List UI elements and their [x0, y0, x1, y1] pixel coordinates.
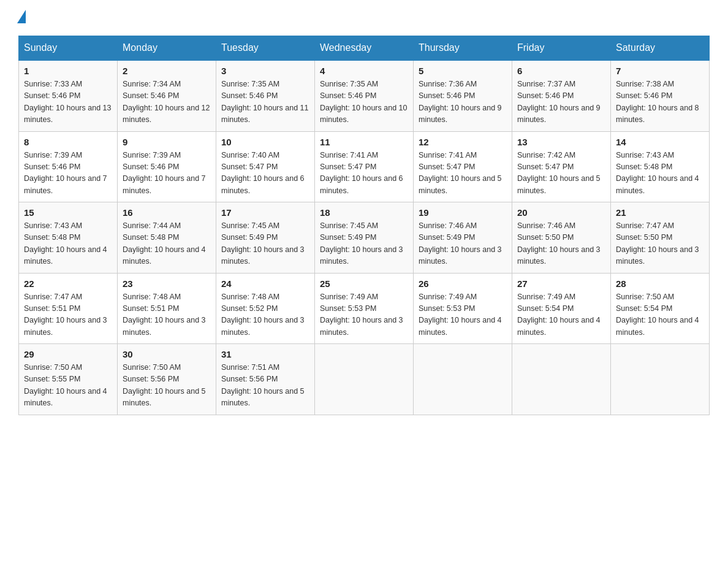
calendar-day-cell: 27 Sunrise: 7:49 AMSunset: 5:54 PMDaylig…: [512, 273, 611, 344]
day-info: Sunrise: 7:46 AMSunset: 5:49 PMDaylight:…: [419, 221, 502, 266]
day-info: Sunrise: 7:39 AMSunset: 5:46 PMDaylight:…: [24, 151, 107, 195]
weekday-header-thursday: Thursday: [414, 36, 512, 61]
day-info: Sunrise: 7:36 AMSunset: 5:46 PMDaylight:…: [419, 80, 502, 124]
day-number: 2: [123, 66, 211, 76]
calendar-week-row: 8 Sunrise: 7:39 AMSunset: 5:46 PMDayligh…: [19, 131, 710, 202]
day-info: Sunrise: 7:38 AMSunset: 5:46 PMDaylight:…: [616, 80, 699, 124]
weekday-header-friday: Friday: [512, 36, 611, 61]
logo-triangle-icon: [17, 10, 26, 23]
calendar-day-cell: 6 Sunrise: 7:37 AMSunset: 5:46 PMDayligh…: [512, 60, 611, 131]
day-number: 31: [221, 349, 309, 359]
day-number: 6: [517, 66, 605, 76]
day-info: Sunrise: 7:40 AMSunset: 5:47 PMDaylight:…: [221, 151, 305, 195]
day-info: Sunrise: 7:39 AMSunset: 5:46 PMDaylight:…: [123, 151, 206, 195]
day-info: Sunrise: 7:33 AMSunset: 5:46 PMDaylight:…: [24, 80, 111, 124]
logo: [18, 12, 26, 23]
day-info: Sunrise: 7:35 AMSunset: 5:46 PMDaylight:…: [320, 80, 407, 124]
calendar-day-cell: 14 Sunrise: 7:43 AMSunset: 5:48 PMDaylig…: [611, 131, 710, 202]
day-info: Sunrise: 7:46 AMSunset: 5:50 PMDaylight:…: [517, 221, 601, 266]
calendar-day-cell: 8 Sunrise: 7:39 AMSunset: 5:46 PMDayligh…: [19, 131, 118, 202]
calendar-day-cell: [414, 344, 512, 415]
calendar-day-cell: 22 Sunrise: 7:47 AMSunset: 5:51 PMDaylig…: [19, 273, 118, 344]
day-info: Sunrise: 7:35 AMSunset: 5:46 PMDaylight:…: [221, 80, 308, 124]
calendar-day-cell: 10 Sunrise: 7:40 AMSunset: 5:47 PMDaylig…: [216, 131, 315, 202]
calendar-week-row: 1 Sunrise: 7:33 AMSunset: 5:46 PMDayligh…: [19, 60, 710, 131]
day-number: 12: [419, 137, 507, 147]
day-info: Sunrise: 7:45 AMSunset: 5:49 PMDaylight:…: [320, 221, 403, 266]
calendar-day-cell: 5 Sunrise: 7:36 AMSunset: 5:46 PMDayligh…: [414, 60, 512, 131]
logo-group: [18, 12, 26, 23]
day-info: Sunrise: 7:48 AMSunset: 5:52 PMDaylight:…: [221, 293, 305, 337]
calendar-day-cell: 19 Sunrise: 7:46 AMSunset: 5:49 PMDaylig…: [414, 202, 512, 274]
day-number: 10: [221, 137, 309, 147]
day-number: 3: [221, 66, 309, 76]
calendar-day-cell: 17 Sunrise: 7:45 AMSunset: 5:49 PMDaylig…: [216, 202, 315, 274]
calendar-day-cell: 29 Sunrise: 7:50 AMSunset: 5:55 PMDaylig…: [19, 344, 118, 415]
page-header: [18, 12, 710, 23]
weekday-header-saturday: Saturday: [611, 36, 710, 61]
calendar-day-cell: 15 Sunrise: 7:43 AMSunset: 5:48 PMDaylig…: [19, 202, 118, 274]
calendar-day-cell: 11 Sunrise: 7:41 AMSunset: 5:47 PMDaylig…: [315, 131, 414, 202]
logo-top-row: [18, 12, 26, 23]
day-number: 5: [419, 66, 507, 76]
day-number: 7: [616, 66, 704, 76]
day-info: Sunrise: 7:50 AMSunset: 5:56 PMDaylight:…: [123, 363, 206, 407]
calendar-day-cell: [611, 344, 710, 415]
day-number: 20: [517, 207, 605, 218]
day-info: Sunrise: 7:43 AMSunset: 5:48 PMDaylight:…: [24, 221, 107, 266]
calendar-day-cell: 9 Sunrise: 7:39 AMSunset: 5:46 PMDayligh…: [118, 131, 216, 202]
day-number: 27: [517, 278, 605, 289]
day-number: 26: [419, 278, 507, 289]
weekday-header-monday: Monday: [118, 36, 216, 61]
calendar-day-cell: 1 Sunrise: 7:33 AMSunset: 5:46 PMDayligh…: [19, 60, 118, 131]
day-info: Sunrise: 7:49 AMSunset: 5:54 PMDaylight:…: [517, 293, 601, 337]
weekday-header-wednesday: Wednesday: [315, 36, 414, 61]
day-info: Sunrise: 7:47 AMSunset: 5:51 PMDaylight:…: [24, 293, 107, 337]
day-info: Sunrise: 7:50 AMSunset: 5:55 PMDaylight:…: [24, 363, 107, 407]
day-info: Sunrise: 7:42 AMSunset: 5:47 PMDaylight:…: [517, 151, 601, 195]
calendar-day-cell: 2 Sunrise: 7:34 AMSunset: 5:46 PMDayligh…: [118, 60, 216, 131]
day-number: 14: [616, 137, 704, 147]
calendar-day-cell: 3 Sunrise: 7:35 AMSunset: 5:46 PMDayligh…: [216, 60, 315, 131]
calendar-day-cell: 30 Sunrise: 7:50 AMSunset: 5:56 PMDaylig…: [118, 344, 216, 415]
day-number: 17: [221, 207, 309, 218]
day-info: Sunrise: 7:51 AMSunset: 5:56 PMDaylight:…: [221, 363, 305, 407]
day-number: 19: [419, 207, 507, 218]
calendar-day-cell: 23 Sunrise: 7:48 AMSunset: 5:51 PMDaylig…: [118, 273, 216, 344]
calendar-day-cell: 18 Sunrise: 7:45 AMSunset: 5:49 PMDaylig…: [315, 202, 414, 274]
day-number: 8: [24, 137, 112, 147]
day-number: 13: [517, 137, 605, 147]
calendar-week-row: 15 Sunrise: 7:43 AMSunset: 5:48 PMDaylig…: [19, 202, 710, 274]
calendar-day-cell: 26 Sunrise: 7:49 AMSunset: 5:53 PMDaylig…: [414, 273, 512, 344]
calendar-day-cell: 7 Sunrise: 7:38 AMSunset: 5:46 PMDayligh…: [611, 60, 710, 131]
calendar-day-cell: 24 Sunrise: 7:48 AMSunset: 5:52 PMDaylig…: [216, 273, 315, 344]
calendar-table: SundayMondayTuesdayWednesdayThursdayFrid…: [18, 36, 710, 415]
calendar-day-cell: 4 Sunrise: 7:35 AMSunset: 5:46 PMDayligh…: [315, 60, 414, 131]
day-info: Sunrise: 7:48 AMSunset: 5:51 PMDaylight:…: [123, 293, 206, 337]
calendar-day-cell: 28 Sunrise: 7:50 AMSunset: 5:54 PMDaylig…: [611, 273, 710, 344]
day-number: 25: [320, 278, 408, 289]
weekday-header-row: SundayMondayTuesdayWednesdayThursdayFrid…: [19, 36, 710, 61]
calendar-day-cell: 12 Sunrise: 7:41 AMSunset: 5:47 PMDaylig…: [414, 131, 512, 202]
calendar-day-cell: 21 Sunrise: 7:47 AMSunset: 5:50 PMDaylig…: [611, 202, 710, 274]
day-info: Sunrise: 7:43 AMSunset: 5:48 PMDaylight:…: [616, 151, 699, 195]
day-info: Sunrise: 7:50 AMSunset: 5:54 PMDaylight:…: [616, 293, 699, 337]
day-number: 9: [123, 137, 211, 147]
weekday-header-tuesday: Tuesday: [216, 36, 315, 61]
day-info: Sunrise: 7:34 AMSunset: 5:46 PMDaylight:…: [123, 80, 210, 124]
day-info: Sunrise: 7:49 AMSunset: 5:53 PMDaylight:…: [320, 293, 403, 337]
day-number: 15: [24, 207, 112, 218]
calendar-day-cell: 31 Sunrise: 7:51 AMSunset: 5:56 PMDaylig…: [216, 344, 315, 415]
calendar-day-cell: 13 Sunrise: 7:42 AMSunset: 5:47 PMDaylig…: [512, 131, 611, 202]
calendar-day-cell: 20 Sunrise: 7:46 AMSunset: 5:50 PMDaylig…: [512, 202, 611, 274]
day-info: Sunrise: 7:49 AMSunset: 5:53 PMDaylight:…: [419, 293, 502, 337]
day-number: 4: [320, 66, 408, 76]
day-number: 1: [24, 66, 112, 76]
calendar-day-cell: [315, 344, 414, 415]
day-number: 21: [616, 207, 704, 218]
day-info: Sunrise: 7:45 AMSunset: 5:49 PMDaylight:…: [221, 221, 305, 266]
day-info: Sunrise: 7:41 AMSunset: 5:47 PMDaylight:…: [419, 151, 502, 195]
day-number: 29: [24, 349, 112, 359]
day-number: 23: [123, 278, 211, 289]
day-number: 30: [123, 349, 211, 359]
